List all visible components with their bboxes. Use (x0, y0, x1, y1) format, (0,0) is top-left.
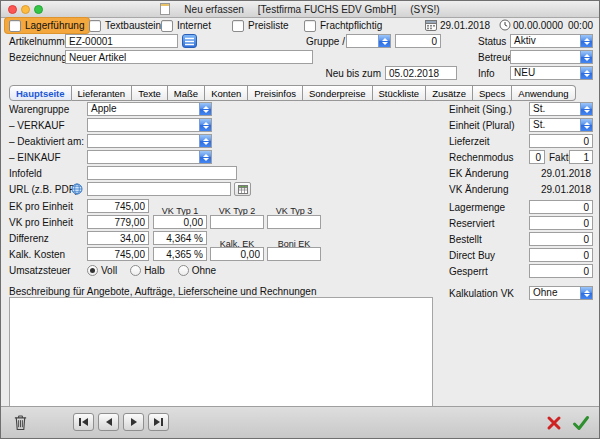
tab-masse[interactable]: Maße (168, 85, 205, 101)
textbaustein-checkbox-box[interactable] (89, 20, 101, 32)
stepper-icon[interactable] (580, 119, 592, 131)
radio-halb-circle[interactable] (130, 265, 141, 276)
checkbox-lagerfuehrung[interactable]: Lagerführung (5, 18, 89, 33)
vk-typ3-input[interactable] (267, 215, 321, 229)
tab-hauptseite[interactable]: Hauptseite (9, 85, 72, 101)
lieferzeit-input[interactable] (529, 134, 593, 148)
confirm-button[interactable] (570, 412, 592, 433)
stepper-icon[interactable] (199, 135, 211, 147)
einheit-sing-combo[interactable]: St. (529, 102, 593, 116)
previous-record-icon (106, 418, 112, 426)
checkbox-textbaustein[interactable]: Textbaustein (89, 18, 161, 33)
infofeld-input[interactable] (87, 166, 237, 180)
url-input[interactable] (87, 182, 231, 196)
zoom-window-button[interactable] (34, 5, 43, 14)
kalk-kosten-input[interactable] (87, 247, 149, 261)
delete-record-button[interactable] (9, 412, 31, 433)
trash-icon (13, 414, 28, 431)
tab-lieferanten[interactable]: Lieferanten (72, 85, 133, 101)
stepper-icon[interactable] (199, 151, 211, 163)
close-window-button[interactable] (8, 5, 17, 14)
gruppe-count-input[interactable] (395, 34, 441, 48)
warengruppe-combo[interactable]: Apple (87, 102, 212, 116)
faktor-input[interactable] (569, 150, 593, 164)
window-title: Neu erfassen [Testfirma FUCHS EDV GmbH] … (61, 1, 539, 17)
stepper-icon[interactable] (580, 51, 592, 63)
stepper-icon[interactable] (580, 287, 592, 299)
radio-voll-circle[interactable] (87, 265, 98, 276)
ek-aenderung-value: 29.01.2018 (503, 168, 591, 180)
neu-bis-input[interactable] (385, 66, 457, 80)
differenz-input[interactable] (87, 231, 149, 245)
globe-icon[interactable] (71, 183, 83, 195)
stepper-icon[interactable] (580, 103, 592, 115)
checkbox-frachtpflichtig[interactable]: Frachtpflichtig (304, 18, 382, 33)
description-textarea[interactable] (9, 297, 433, 407)
lagermenge-label: Lagermenge (449, 202, 505, 214)
differenz-percent-input[interactable] (153, 231, 207, 245)
next-record-button[interactable] (123, 413, 144, 431)
lagerfuehrung-checkbox-box[interactable] (9, 20, 21, 32)
einheit-plural-combo[interactable]: St. (529, 118, 593, 132)
vk-aenderung-label: VK Änderung (449, 184, 509, 196)
vk-pro-einheit-input[interactable] (87, 215, 149, 229)
stepper-icon[interactable] (580, 67, 592, 79)
verkauf-combo[interactable] (87, 118, 212, 132)
stepper-icon[interactable] (199, 103, 211, 115)
stepper-icon[interactable] (580, 35, 592, 47)
tab-anwendung[interactable]: Anwendung (512, 85, 575, 101)
frachtpflichtig-checkbox-box[interactable] (304, 20, 316, 32)
vk-typ2-input[interactable] (210, 215, 264, 229)
tab-specs[interactable]: Specs (473, 85, 512, 101)
betreuer-combo[interactable] (510, 50, 593, 64)
minimize-window-button[interactable] (21, 5, 30, 14)
tab-konten[interactable]: Konten (205, 85, 248, 101)
kalk-percent-input[interactable] (153, 247, 207, 261)
url-open-button[interactable] (234, 182, 251, 196)
gesperrt-input[interactable] (529, 264, 593, 278)
kalk-kosten-label: Kalk. Kosten (9, 249, 65, 261)
artikelnummer-input[interactable] (65, 34, 178, 48)
tab-zusaetze[interactable]: Zusätze (426, 85, 473, 101)
stepper-icon[interactable] (378, 35, 390, 47)
tab-preisinfos[interactable]: Preisinfos (248, 85, 303, 101)
lagermenge-input[interactable] (529, 200, 593, 214)
info-label: Info (478, 68, 495, 80)
rechenmodus-input[interactable] (529, 150, 545, 164)
cancel-button[interactable] (544, 413, 564, 433)
tab-stueckliste[interactable]: Stückliste (373, 85, 427, 101)
einkauf-combo[interactable] (87, 150, 212, 164)
radio-voll[interactable]: Voll (87, 265, 117, 276)
internet-checkbox-box[interactable] (161, 20, 173, 32)
window-title-company: [Testfirma FUCHS EDV GmbH] (258, 4, 396, 15)
ek-pro-einheit-input[interactable] (87, 199, 149, 213)
bestellt-label: Bestellt (449, 234, 482, 246)
kalkulation-vk-combo[interactable]: Ohne (529, 286, 593, 300)
reserviert-input[interactable] (529, 216, 593, 230)
tab-texte[interactable]: Texte (132, 85, 168, 101)
gruppe-combo[interactable] (346, 34, 391, 48)
previous-record-button[interactable] (98, 413, 119, 431)
radio-ohne[interactable]: Ohne (178, 265, 216, 276)
preisliste-checkbox-box[interactable] (232, 20, 244, 32)
status-combo[interactable]: Aktiv (510, 34, 593, 48)
last-record-button[interactable] (148, 413, 169, 431)
stepper-icon[interactable] (199, 119, 211, 131)
article-lookup-button[interactable] (182, 34, 197, 48)
title-bar[interactable]: Neu erfassen [Testfirma FUCHS EDV GmbH] … (1, 1, 599, 18)
radio-ohne-circle[interactable] (178, 265, 189, 276)
tab-sonderpreise[interactable]: Sonderpreise (303, 85, 373, 101)
deaktiviert-combo[interactable] (87, 134, 212, 148)
info-combo[interactable]: NEU (510, 66, 593, 80)
first-record-button[interactable] (73, 413, 94, 431)
boni-ek-input[interactable] (267, 247, 321, 261)
direct-buy-input[interactable] (529, 248, 593, 262)
vk-typ1-input[interactable] (153, 215, 207, 229)
bestellt-input[interactable] (529, 232, 593, 246)
checkbox-internet[interactable]: Internet (161, 18, 211, 33)
gruppe-label: Gruppe / (306, 36, 345, 48)
radio-halb[interactable]: Halb (130, 265, 165, 276)
kalk-ek-input[interactable] (210, 247, 264, 261)
bezeichnung-input[interactable] (65, 50, 313, 64)
checkbox-preisliste[interactable]: Preisliste (232, 18, 289, 33)
